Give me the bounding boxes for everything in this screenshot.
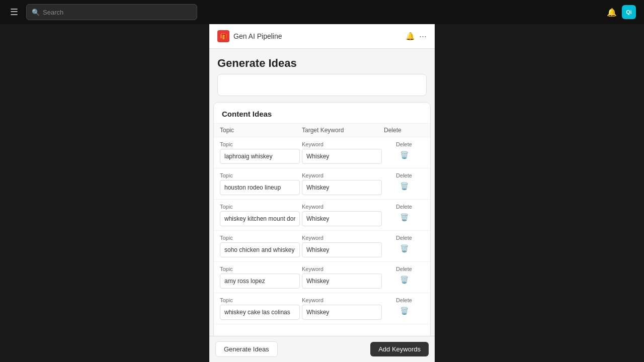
keyword-field-group: Keyword xyxy=(302,204,382,226)
topic-label: Topic xyxy=(220,141,300,147)
content-ideas-card: Content Ideas Topic Target Keyword Delet… xyxy=(213,102,431,362)
table-row: Topic Keyword Delete 🗑️ xyxy=(214,200,430,231)
col-keyword: Target Keyword xyxy=(302,127,384,134)
topic-input[interactable] xyxy=(220,149,300,164)
top-bar: ☰ 🔍 🔔 Qi xyxy=(0,0,644,24)
top-bar-right: 🔔 Qi xyxy=(607,5,636,19)
delete-group: Delete 🗑️ xyxy=(384,235,424,254)
keyword-input[interactable] xyxy=(302,149,382,164)
keyword-field-group: Keyword xyxy=(302,235,382,257)
add-keywords-button[interactable]: Add Keywords xyxy=(370,342,429,356)
keyword-input[interactable] xyxy=(302,274,382,289)
delete-button[interactable]: 🗑️ xyxy=(397,149,412,161)
content-ideas-header: Content Ideas xyxy=(214,103,430,124)
topic-label: Topic xyxy=(220,297,300,303)
delete-label: Delete xyxy=(396,297,412,303)
topic-field-group: Topic xyxy=(220,204,300,226)
keyword-label: Keyword xyxy=(302,141,382,147)
table-row: Topic Keyword Delete 🗑️ xyxy=(214,168,430,200)
top-input-area xyxy=(217,74,427,96)
keyword-input[interactable] xyxy=(302,180,382,195)
keyword-input[interactable] xyxy=(302,211,382,226)
rows-container: Topic Keyword Delete 🗑️ Topic Keyword De xyxy=(214,137,430,361)
delete-label: Delete xyxy=(396,141,412,147)
app-header-right: 🔔 ⋯ xyxy=(406,32,427,41)
keyword-field-group: Keyword xyxy=(302,172,382,195)
keyword-input[interactable] xyxy=(302,305,382,320)
topic-input[interactable] xyxy=(220,180,300,195)
hamburger-icon[interactable]: ☰ xyxy=(8,5,20,20)
delete-button[interactable]: 🗑️ xyxy=(397,242,412,254)
app-header: 🎁 Gen AI Pipeline 🔔 ⋯ xyxy=(209,24,435,49)
topic-field-group: Topic xyxy=(220,266,300,289)
delete-button[interactable]: 🗑️ xyxy=(397,305,412,317)
keyword-label: Keyword xyxy=(302,266,382,272)
search-icon: 🔍 xyxy=(32,9,40,16)
topic-field-group: Topic xyxy=(220,172,300,195)
delete-group: Delete 🗑️ xyxy=(384,266,424,286)
keyword-label: Keyword xyxy=(302,235,382,241)
table-row: Topic Keyword Delete 🗑️ xyxy=(214,262,430,293)
keyword-field-group: Keyword xyxy=(302,266,382,289)
topbar-bell-icon[interactable]: 🔔 xyxy=(607,8,617,17)
keyword-label: Keyword xyxy=(302,297,382,303)
table-header: Topic Target Keyword Delete xyxy=(214,124,430,137)
delete-group: Delete 🗑️ xyxy=(384,172,424,192)
topic-label: Topic xyxy=(220,266,300,272)
topic-field-group: Topic xyxy=(220,235,300,257)
topic-input[interactable] xyxy=(220,211,300,226)
keyword-label: Keyword xyxy=(302,204,382,210)
search-bar: 🔍 xyxy=(26,4,197,20)
keyword-field-group: Keyword xyxy=(302,141,382,164)
topic-label: Topic xyxy=(220,172,300,178)
topic-field-group: Topic xyxy=(220,141,300,164)
col-delete: Delete xyxy=(384,127,424,134)
delete-button[interactable]: 🗑️ xyxy=(397,211,412,223)
app-title: Gen AI Pipeline xyxy=(233,32,282,40)
page-title: Generate Ideas xyxy=(217,57,427,70)
topic-label: Topic xyxy=(220,235,300,241)
delete-group: Delete 🗑️ xyxy=(384,204,424,223)
keyword-label: Keyword xyxy=(302,172,382,178)
keyword-field-group: Keyword xyxy=(302,297,382,320)
keyword-input[interactable] xyxy=(302,242,382,257)
topic-input[interactable] xyxy=(220,274,300,289)
app-container: 🎁 Gen AI Pipeline 🔔 ⋯ Generate Ideas Con… xyxy=(209,24,435,362)
delete-group: Delete 🗑️ xyxy=(384,297,424,317)
table-row: Topic Keyword Delete 🗑️ xyxy=(214,137,430,168)
footer-bar: Generate Ideas Add Keywords xyxy=(209,336,435,362)
delete-button[interactable]: 🗑️ xyxy=(397,274,412,286)
table-row: Topic Keyword Delete 🗑️ xyxy=(214,293,430,324)
table-row: Topic Keyword Delete 🗑️ xyxy=(214,231,430,262)
app-logo-icon: 🎁 xyxy=(217,30,229,42)
generate-ideas-button[interactable]: Generate Ideas xyxy=(215,341,278,357)
delete-label: Delete xyxy=(396,235,412,241)
header-dots-icon[interactable]: ⋯ xyxy=(419,32,427,41)
avatar[interactable]: Qi xyxy=(622,5,636,19)
col-topic: Topic xyxy=(220,127,302,134)
search-input[interactable] xyxy=(43,9,192,16)
header-bell-icon[interactable]: 🔔 xyxy=(406,32,415,41)
topic-label: Topic xyxy=(220,204,300,210)
topic-field-group: Topic xyxy=(220,297,300,320)
app-title-row: 🎁 Gen AI Pipeline xyxy=(217,30,282,42)
delete-label: Delete xyxy=(396,204,412,210)
delete-label: Delete xyxy=(396,172,412,178)
delete-group: Delete 🗑️ xyxy=(384,141,424,161)
topic-input[interactable] xyxy=(220,242,300,257)
page-title-section: Generate Ideas xyxy=(209,49,435,74)
delete-button[interactable]: 🗑️ xyxy=(397,180,412,192)
topic-input[interactable] xyxy=(220,305,300,320)
delete-label: Delete xyxy=(396,266,412,272)
